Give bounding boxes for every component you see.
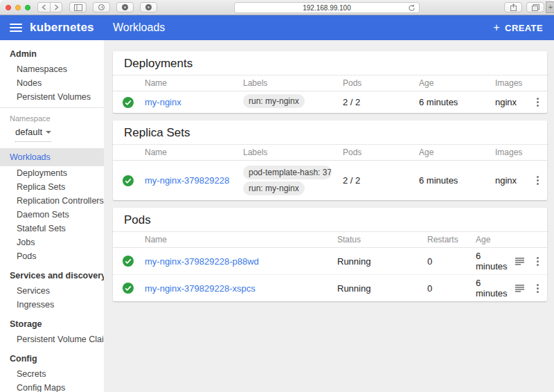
replica-sets-card-title: Replica Sets	[113, 121, 547, 145]
tabs-icon	[532, 4, 539, 11]
pod-link[interactable]: my-nginx-379829228-p88wd	[145, 256, 259, 267]
sidebar-item-pods[interactable]: Pods	[0, 249, 104, 263]
sidebar-item-ingresses[interactable]: Ingresses	[0, 298, 104, 312]
column-header-labels: Labels	[238, 75, 337, 91]
sidebar-item-namespaces[interactable]: Namespaces	[0, 62, 104, 76]
sidebar-item-workloads[interactable]: Workloads	[0, 148, 104, 166]
column-header-name: Name	[139, 145, 238, 161]
sidebar-item-jobs[interactable]: Jobs	[0, 235, 104, 249]
column-header-age: Age	[413, 145, 490, 161]
extension-icon-2	[122, 4, 128, 10]
column-header-images: Images	[490, 145, 528, 161]
share-button[interactable]	[504, 2, 522, 12]
column-header-age: Age	[413, 75, 490, 91]
logs-icon[interactable]	[515, 256, 525, 266]
age-value: 6 minutes	[413, 161, 490, 201]
sidebar-icon	[74, 4, 82, 11]
replica-sets-table: Name Labels Pods Age Images my-nginx-379…	[113, 145, 547, 200]
extension-button-3[interactable]	[140, 2, 157, 12]
sidebar-item-config-maps[interactable]: Config Maps	[0, 381, 104, 392]
row-menu-button[interactable]	[533, 96, 542, 108]
deployments-card: Deployments Name Labels Pods Age Images	[113, 51, 547, 113]
chevron-left-icon	[42, 4, 46, 10]
row-menu-button[interactable]	[534, 283, 542, 294]
replica-set-link[interactable]: my-nginx-379829228	[145, 175, 229, 186]
label-chip: run: my-nginx	[243, 94, 305, 108]
chevron-right-icon	[54, 4, 59, 10]
pods-count: 2 / 2	[337, 91, 413, 114]
back-button[interactable]	[37, 2, 50, 12]
share-icon	[510, 3, 517, 11]
new-tab-button[interactable]: +	[546, 1, 554, 13]
table-row: my-nginx run: my-nginx 2 / 2 6 minutes n…	[113, 91, 547, 114]
sidebar-item-replication-controllers[interactable]: Replication Controllers	[0, 194, 104, 208]
sidebar-item-persistent-volumes[interactable]: Persistent Volumes	[0, 90, 104, 104]
status-ok-icon	[123, 256, 134, 267]
sidebar-item-daemon-sets[interactable]: Daemon Sets	[0, 208, 104, 222]
age-value: 6 minutes	[470, 275, 509, 302]
sidebar-section-storage: Storage	[0, 316, 104, 332]
plus-icon: +	[493, 22, 500, 33]
deployment-link[interactable]: my-nginx	[145, 97, 181, 107]
extension-icon-3	[145, 4, 152, 10]
url-text: 192.168.99.100	[303, 4, 351, 12]
minimize-window-button[interactable]	[15, 5, 21, 10]
status-value: Running	[332, 275, 422, 302]
close-window-button[interactable]	[6, 5, 11, 10]
page-title: Workloads	[113, 21, 165, 34]
window-controls	[6, 5, 30, 10]
pods-card-title: Pods	[113, 208, 547, 232]
deployments-table: Name Labels Pods Age Images my-nginx run…	[113, 75, 547, 113]
address-bar[interactable]: 192.168.99.100	[234, 2, 420, 13]
logs-icon[interactable]	[515, 283, 525, 293]
table-row: my-nginx-379829228 pod-template-hash: 37…	[113, 161, 547, 201]
main-content: Deployments Name Labels Pods Age Images	[104, 40, 554, 392]
chevron-down-icon	[46, 131, 51, 134]
sidebar-toggle-button[interactable]	[69, 2, 87, 12]
sidebar-item-secrets[interactable]: Secrets	[0, 367, 104, 381]
images-value: nginx	[490, 161, 528, 201]
pods-card: Pods Name Status Restarts Age m	[113, 208, 547, 301]
menu-icon[interactable]	[10, 24, 22, 32]
column-header-restarts: Restarts	[422, 232, 470, 248]
table-row: my-nginx-379829228-xspcs Running 0 6 min…	[113, 275, 547, 302]
column-header-name: Name	[139, 75, 238, 91]
namespace-select[interactable]: default	[15, 127, 51, 142]
sidebar-section-services-discovery: Services and discovery	[0, 267, 104, 284]
table-row: my-nginx-379829228-p88wd Running 0 6 min…	[113, 248, 547, 275]
pods-count: 2 / 2	[337, 161, 413, 201]
reload-button[interactable]	[408, 4, 416, 13]
create-button[interactable]: + CREATE	[493, 22, 543, 33]
browser-chrome: 192.168.99.100 +	[0, 0, 554, 15]
extension-icon-1	[98, 4, 105, 10]
column-header-name: Name	[139, 232, 332, 248]
create-button-label: CREATE	[505, 23, 543, 33]
status-ok-icon	[123, 175, 134, 186]
pod-link[interactable]: my-nginx-379829228-xspcs	[145, 283, 256, 294]
row-menu-button[interactable]	[533, 175, 542, 186]
sidebar: Admin Namespaces Nodes Persistent Volume…	[0, 40, 104, 392]
forward-button[interactable]	[50, 2, 62, 12]
sidebar-section-config: Config	[0, 350, 104, 367]
sidebar-item-replica-sets[interactable]: Replica Sets	[0, 180, 104, 194]
sidebar-item-persistent-volume-claims[interactable]: Persistent Volume Claims	[0, 332, 104, 346]
column-header-labels: Labels	[238, 145, 337, 161]
restarts-value: 0	[422, 275, 470, 302]
sidebar-item-deployments[interactable]: Deployments	[0, 166, 104, 180]
status-value: Running	[332, 248, 422, 275]
zoom-window-button[interactable]	[25, 5, 30, 10]
sidebar-item-nodes[interactable]: Nodes	[0, 76, 104, 90]
column-header-pods: Pods	[337, 75, 413, 91]
label-chip: pod-template-hash: 37...	[243, 166, 332, 179]
column-header-age: Age	[470, 232, 509, 248]
deployments-card-title: Deployments	[113, 51, 547, 75]
sidebar-item-services[interactable]: Services	[0, 284, 104, 298]
extension-button-1[interactable]	[93, 2, 110, 12]
row-menu-button[interactable]	[534, 256, 542, 267]
status-ok-icon	[123, 97, 134, 108]
sidebar-item-stateful-sets[interactable]: Stateful Sets	[0, 222, 104, 235]
images-value: nginx	[490, 91, 528, 114]
tab-overview-button[interactable]	[526, 2, 544, 12]
extension-button-2[interactable]	[116, 2, 134, 12]
pods-table: Name Status Restarts Age my-nginx-379829…	[113, 232, 547, 301]
